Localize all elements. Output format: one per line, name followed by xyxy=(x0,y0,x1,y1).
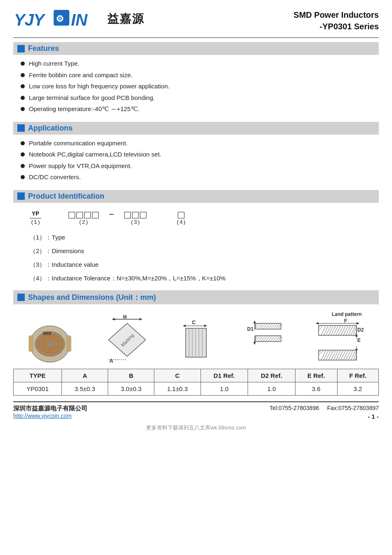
svg-line-77 xyxy=(341,325,346,335)
svg-line-67 xyxy=(319,325,321,328)
features-list: High current Type. Ferrite bobbin core a… xyxy=(13,57,379,118)
frontview-svg: C xyxy=(182,319,219,365)
pi-desc-1: （1）：Type xyxy=(30,231,379,244)
pi-label-4: (4) xyxy=(176,219,186,225)
svg-line-51 xyxy=(255,336,260,341)
svg-marker-36 xyxy=(253,342,256,345)
svg-line-102 xyxy=(343,350,348,360)
svg-line-99 xyxy=(336,350,341,360)
svg-text:Land pattern: Land pattern xyxy=(332,311,362,317)
list-item: Ferrite bobbin core and compact size. xyxy=(21,71,379,80)
svg-marker-65 xyxy=(357,322,359,325)
pi-item-3: (3) xyxy=(124,212,146,225)
footer-right: Tel:0755-27803896 Fax:0755-27803897 - 1 … xyxy=(269,405,379,420)
svg-line-94 xyxy=(324,350,328,360)
pi-dash: — xyxy=(109,210,113,218)
svg-line-75 xyxy=(336,325,341,335)
footer-left: 深圳市益嘉源电子有限公司 http://www.yjycoin.com xyxy=(13,405,87,419)
diagram-land-pattern: Land pattern F xyxy=(311,311,365,365)
pi-boxes-4 xyxy=(178,212,184,218)
bullet-dot xyxy=(21,73,25,77)
col-type: TYPE xyxy=(14,369,62,382)
footer-page: - 1 - xyxy=(269,413,379,420)
svg-line-39 xyxy=(255,323,260,328)
bullet-dot xyxy=(21,141,25,145)
svg-line-70 xyxy=(324,325,328,335)
svg-line-96 xyxy=(328,350,333,360)
svg-line-97 xyxy=(331,350,336,360)
svg-line-72 xyxy=(328,325,333,335)
svg-text:YJY: YJY xyxy=(14,11,46,29)
diagram-coil: 6R8 xyxy=(27,323,73,365)
svg-line-43 xyxy=(265,323,270,329)
list-item: Low core loss for high frequency power a… xyxy=(21,82,379,91)
svg-line-46 xyxy=(273,323,278,329)
bullet-dot xyxy=(21,164,25,168)
svg-line-74 xyxy=(333,325,338,335)
footer-contact: Tel:0755-27803896 Fax:0755-27803897 xyxy=(269,405,379,411)
pi-item-1: YP (1) xyxy=(30,211,41,225)
cell-type: YP0301 xyxy=(14,382,62,395)
applications-header: Applications xyxy=(13,122,379,135)
svg-line-50 xyxy=(255,336,258,338)
svg-line-71 xyxy=(326,325,331,335)
list-item: Notebook PC,digital carmera,LCD televisi… xyxy=(21,150,379,159)
list-item: Operating temperature:-40℃ ～+125℃. xyxy=(21,104,379,114)
cell-d2: 1.0 xyxy=(248,382,295,395)
cell-e: 3.6 xyxy=(295,382,337,395)
pi-box xyxy=(132,212,139,218)
shapes-diagrams: 6R8 B Marking A xyxy=(17,311,375,365)
topview-svg: B Marking A xyxy=(100,315,154,365)
bullet-dot xyxy=(21,107,25,111)
pi-desc-2: （2）：Dimensions xyxy=(30,245,379,257)
list-item: Large terminal surface for good PCB bond… xyxy=(21,93,379,103)
svg-rect-12 xyxy=(67,336,71,351)
bullet-dot xyxy=(21,62,25,66)
applications-title: Applications xyxy=(28,124,73,133)
svg-text:B: B xyxy=(123,315,127,320)
pi-prefix: YP xyxy=(30,211,41,218)
svg-line-45 xyxy=(270,323,275,329)
list-item: High current Type. xyxy=(21,59,379,69)
pi-box xyxy=(178,212,184,218)
svg-text:D1: D1 xyxy=(247,326,254,332)
pi-item-2: (2) xyxy=(68,212,99,225)
title-line1: SMD Power Inductors xyxy=(293,9,379,21)
pi-desc-4: （4）：Inductance Tolerance：N=±30%,M=±20%，L… xyxy=(30,272,379,285)
svg-text:E: E xyxy=(357,337,361,343)
dimensions-table: TYPE A B C D1 Ref. D2 Ref. E Ref. F Ref.… xyxy=(13,369,379,396)
product-id-diagram: YP (1) (2) — xyxy=(30,210,379,225)
pi-box xyxy=(76,212,83,218)
features-title: Features xyxy=(28,44,59,53)
features-header: Features xyxy=(13,42,379,55)
svg-line-104 xyxy=(348,350,353,360)
svg-marker-64 xyxy=(316,322,319,325)
logo-svg: YJY ⚙ IN xyxy=(13,7,104,30)
svg-marker-17 xyxy=(139,318,142,320)
svg-point-9 xyxy=(48,342,52,346)
watermark: 更多资料下载请到五八文库wk.58sms.com xyxy=(13,424,379,432)
svg-line-95 xyxy=(326,350,331,360)
svg-line-40 xyxy=(258,323,263,329)
svg-text:A: A xyxy=(109,358,113,364)
svg-marker-25 xyxy=(204,325,207,327)
pi-label-1: (1) xyxy=(31,219,40,225)
header: YJY ⚙ IN 益嘉源 SMD Power Inductors -YP0301… xyxy=(13,7,379,38)
logo-cn: 益嘉源 xyxy=(107,11,144,27)
pi-item-4: (4) xyxy=(176,212,186,225)
table-header-row: TYPE A B C D1 Ref. D2 Ref. E Ref. F Ref. xyxy=(14,369,379,382)
svg-line-60 xyxy=(278,337,281,342)
svg-marker-34 xyxy=(253,320,256,323)
diagram-front-view: C xyxy=(182,319,219,365)
bullet-dot xyxy=(21,96,25,100)
list-item: Portable communication equipment. xyxy=(21,139,379,148)
footer-website[interactable]: http://www.yjycoin.com xyxy=(13,413,72,419)
col-b: B xyxy=(108,369,154,382)
svg-text:D2: D2 xyxy=(357,327,364,333)
svg-line-98 xyxy=(333,350,338,360)
list-item: DC/DC converters. xyxy=(21,173,379,182)
pi-box xyxy=(124,212,131,218)
svg-text:⚙: ⚙ xyxy=(56,14,64,24)
crosssection-svg: D1 xyxy=(246,315,283,365)
shapes-title: Shapes and Dimensions (Unit：mm) xyxy=(28,292,156,302)
